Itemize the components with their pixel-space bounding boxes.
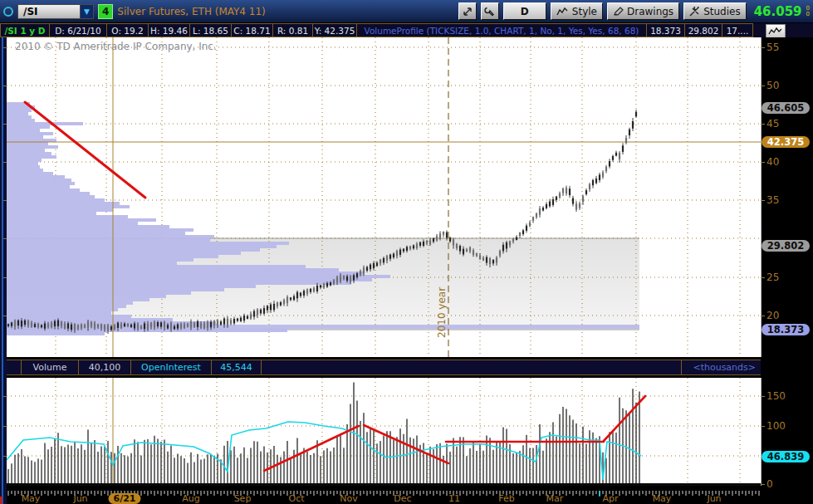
ohlc-cell-10: 29.802	[685, 23, 722, 37]
price-tick	[761, 124, 765, 125]
studies-label: Studies	[703, 6, 741, 17]
linked-count-badge: 4	[98, 4, 113, 19]
price-chart-canvas[interactable]	[7, 37, 761, 357]
mini-chart-button[interactable]	[766, 24, 786, 38]
chevron-down-icon[interactable]: ▼	[80, 4, 94, 19]
time-axis-label: Nov	[340, 493, 357, 504]
time-axis-label: Dec	[394, 493, 411, 504]
mini-chart-icon	[768, 27, 783, 36]
ohlc-cell-6: R: 0.81	[273, 23, 313, 37]
time-axis-label: Aug	[182, 493, 199, 504]
volume-value: 40,100	[79, 360, 131, 374]
time-axis-label: Jun	[707, 493, 721, 504]
price-tick	[761, 86, 765, 86]
last-price: 46.059	[754, 4, 802, 19]
price-tick-label: 50	[766, 80, 779, 91]
ohlc-cell-1: D: 6/21/10	[50, 23, 107, 37]
volume-tick	[761, 396, 765, 397]
year-annotation: 2010 year	[436, 263, 448, 338]
units-label: <thousands>	[681, 360, 761, 374]
volume-header-lead	[7, 360, 22, 374]
ohlc-cell-5: C: 18.71	[232, 23, 273, 37]
price-chart-pane[interactable]	[7, 37, 761, 357]
time-axis-label: Sep	[234, 493, 252, 504]
price-tick	[761, 162, 765, 163]
time-axis-label: Feb	[498, 493, 514, 504]
price-tick-label: 55	[766, 42, 779, 53]
wrench-icon	[484, 6, 495, 17]
time-axis-label: May	[653, 493, 672, 504]
volume-tick-label: 150	[766, 390, 786, 402]
drawings-button[interactable]: Drawings	[607, 2, 679, 20]
ohlc-cell-4: L: 18.65	[190, 23, 232, 37]
price-bubble-46.839: 46.839	[762, 451, 810, 462]
ohlc-cell-7: Y: 42.375	[313, 23, 357, 37]
volume-tick	[761, 484, 765, 485]
ohlc-cell-11: 17....	[722, 23, 753, 37]
price-bubble-18.373: 18.373	[762, 324, 810, 335]
symbol-input[interactable]: /SI ▼	[17, 4, 94, 19]
price-tick-label: 35	[766, 194, 779, 206]
time-axis-label: Mar	[546, 493, 564, 504]
ohlc-cell-0: /SI 1 y D	[0, 23, 50, 37]
volume-tick-label: 100	[766, 420, 786, 432]
tools-icon	[689, 7, 700, 17]
price-tick	[761, 47, 765, 48]
copyright-watermark: 2010 © TD Ameritrade IP Company, Inc.	[15, 41, 217, 52]
price-tick-label: 25	[766, 272, 779, 283]
studies-button[interactable]: Studies	[683, 2, 747, 20]
symbol-description: Silver Futures, ETH (MAY4 11)	[117, 6, 265, 17]
time-axis-label: Apr	[602, 493, 618, 504]
open-interest-value: 45,544	[212, 360, 262, 374]
detach-icon	[463, 7, 473, 17]
chart-window: /SI ▼ 4 Silver Futures, ETH (MAY4 11) D …	[0, 0, 813, 504]
timeframe-label: D	[521, 6, 529, 17]
price-tick-label: 40	[766, 156, 779, 168]
style-button[interactable]: Style	[551, 2, 603, 20]
volume-axis-spine	[761, 378, 762, 486]
time-axis[interactable]: MayJun6/21AugSepOctNovDec11FebMarAprMayJ…	[0, 493, 813, 504]
price-tick-label: 20	[766, 310, 779, 321]
ohlc-cell-9: 18.373	[647, 23, 685, 37]
timeframe-button[interactable]: D	[503, 2, 546, 20]
price-tick-label: 45	[766, 118, 779, 130]
price-bubble-29.802: 29.802	[762, 240, 810, 252]
price-tick	[761, 316, 765, 316]
price-tick	[761, 277, 765, 278]
price-tick	[761, 200, 765, 201]
drawings-label: Drawings	[627, 6, 673, 17]
time-axis-label: 11	[448, 493, 460, 504]
open-interest-label: OpenInterest	[131, 360, 212, 374]
volume-chart-canvas[interactable]	[7, 378, 761, 486]
link-indicator-icon[interactable]	[3, 7, 13, 17]
time-axis-label: Oct	[288, 493, 304, 504]
symbol-value: /SI	[23, 6, 38, 17]
left-window-edge	[0, 37, 7, 504]
ohlc-readout-bar: /SI 1 y DD: 6/21/10O: 19.2H: 19.46L: 18.…	[0, 23, 813, 37]
window-edge-accent	[2, 37, 3, 504]
volume-chart-pane[interactable]	[7, 378, 761, 486]
settings-button[interactable]	[481, 2, 499, 20]
price-bubble-46.605: 46.605	[762, 102, 810, 114]
line-style-icon	[556, 7, 569, 17]
time-axis-label: Jun	[73, 493, 87, 504]
volume-header-bar: Volume 40,100 OpenInterest 45,544 <thous…	[7, 360, 761, 375]
price-axis[interactable]: 55504540352520150100046.60542.37529.8021…	[761, 37, 813, 504]
scroll-glyphs[interactable]: 0 0	[806, 6, 810, 17]
ohlc-cell-2: O: 19.2	[107, 23, 149, 37]
chart-titlebar: /SI ▼ 4 Silver Futures, ETH (MAY4 11) D …	[0, 0, 813, 23]
time-axis-label: May	[22, 493, 41, 504]
time-axis-ticks[interactable]	[7, 486, 761, 493]
price-bubble-42.375: 42.375	[762, 136, 810, 148]
style-label: Style	[572, 6, 597, 17]
ohlc-cell-3: H: 19.46	[149, 23, 190, 37]
time-axis-label-crosshair: 6/21	[109, 493, 141, 504]
pencil-icon	[613, 7, 624, 17]
volume-tick-label: 0	[766, 478, 773, 490]
ohlc-cell-8: VolumeProfile (TICKSIZE, 1.0, CHART, 1, …	[357, 23, 647, 37]
volume-tick	[761, 426, 765, 427]
volume-label: Volume	[22, 360, 79, 374]
detach-button[interactable]	[458, 2, 477, 20]
